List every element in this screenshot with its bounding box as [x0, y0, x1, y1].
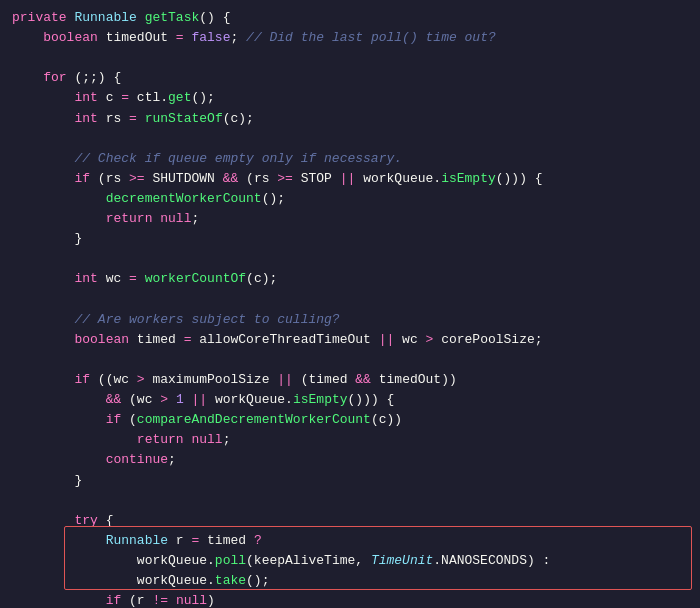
code-line: // Check if queue empty only if necessar… — [0, 149, 700, 169]
code-line — [0, 129, 700, 149]
code-line: boolean timed = allowCoreThreadTimeOut |… — [0, 330, 700, 350]
code-line: int wc = workerCountOf(c); — [0, 269, 700, 289]
code-line: if ((wc > maximumPoolSize || (timed && t… — [0, 370, 700, 390]
code-line: } — [0, 471, 700, 491]
code-line: workQueue.take(); — [0, 571, 700, 591]
code-line — [0, 48, 700, 68]
code-line: continue; — [0, 450, 700, 470]
code-line: && (wc > 1 || workQueue.isEmpty())) { — [0, 390, 700, 410]
code-line — [0, 350, 700, 370]
code-line: return null; — [0, 209, 700, 229]
code-line: return null; — [0, 430, 700, 450]
code-line: private Runnable getTask() { — [0, 8, 700, 28]
code-line: // Are workers subject to culling? — [0, 310, 700, 330]
code-line: boolean timedOut = false; // Did the las… — [0, 28, 700, 48]
code-line — [0, 249, 700, 269]
code-line — [0, 290, 700, 310]
code-line: if (rs >= SHUTDOWN && (rs >= STOP || wor… — [0, 169, 700, 189]
code-line: try { — [0, 511, 700, 531]
code-editor: private Runnable getTask() { boolean tim… — [0, 0, 700, 608]
code-line: if (r != null) — [0, 591, 700, 608]
code-line: } — [0, 229, 700, 249]
code-line: for (;;) { — [0, 68, 700, 88]
code-line — [0, 491, 700, 511]
code-line: Runnable r = timed ? — [0, 531, 700, 551]
code-line: if (compareAndDecrementWorkerCount(c)) — [0, 410, 700, 430]
code-line: decrementWorkerCount(); — [0, 189, 700, 209]
code-line: int rs = runStateOf(c); — [0, 109, 700, 129]
code-line: workQueue.poll(keepAliveTime, TimeUnit.N… — [0, 551, 700, 571]
code-line: int c = ctl.get(); — [0, 88, 700, 108]
